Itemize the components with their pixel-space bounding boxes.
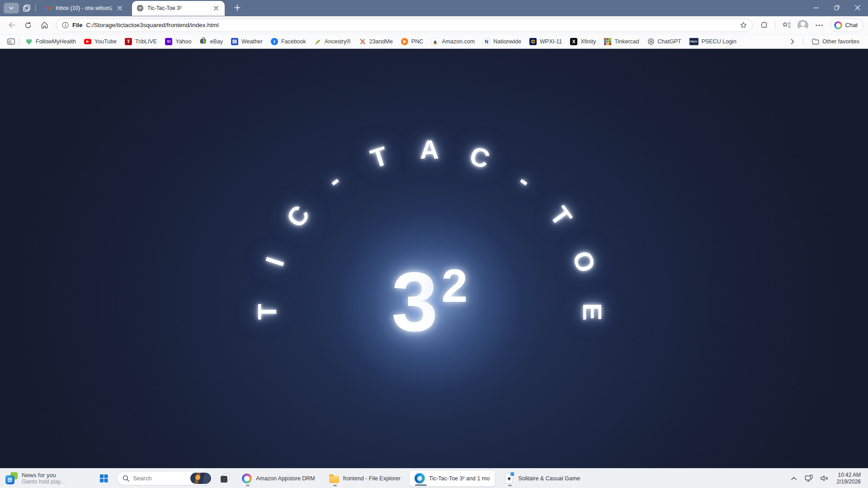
tray-volume-button[interactable]	[818, 470, 831, 487]
taskbar-app-solitaire[interactable]: ♠ Solitaire & Casual Game	[499, 470, 585, 487]
bookmark-triblive[interactable]: T TribLIVE	[121, 36, 161, 47]
url-scheme-label: File	[72, 22, 82, 28]
tinkercad-icon	[604, 38, 611, 45]
tab-search-button[interactable]	[4, 3, 19, 14]
bookmark-wpxi[interactable]: WPXI-11	[525, 36, 566, 47]
ebay-icon	[199, 38, 207, 45]
other-favorites-button[interactable]: Other favorites	[808, 36, 863, 47]
youtube-icon	[84, 39, 91, 44]
clock[interactable]: 10:42 AM 2/19/2026	[833, 472, 863, 485]
monitor-phone-icon	[805, 474, 814, 482]
tray-overflow-button[interactable]	[787, 470, 801, 487]
bookmark-yahoo[interactable]: Y! Yahoo	[161, 36, 195, 47]
bookmark-ebay[interactable]: eBay	[195, 36, 227, 47]
bookmark-nationwide[interactable]: N Nationwide	[479, 36, 525, 47]
edge-icon	[415, 473, 425, 483]
taskbar-app-amazon-appstore[interactable]: Amazon Appstore DRM	[236, 470, 320, 487]
bookmark-23andme[interactable]: 23andMe	[355, 36, 397, 47]
home-icon	[41, 21, 48, 29]
favorite-star-button[interactable]	[738, 19, 750, 31]
refresh-button[interactable]	[21, 18, 35, 33]
title-exponent: 2	[442, 259, 468, 312]
bookmarks-bar: FollowMyHealth YouTube T TribLIVE Y! Yah…	[0, 34, 868, 49]
pnc-icon	[401, 38, 408, 45]
tab-title: Inbox (10) - one.wilson2m@gmail.com	[56, 5, 112, 11]
bookmarks-right-divider	[803, 38, 803, 46]
extensions-button[interactable]	[757, 18, 772, 33]
window-controls	[806, 0, 868, 15]
bookmark-psecu[interactable]: PSECU PSECU Login	[685, 36, 741, 47]
taskbar-search[interactable]	[117, 471, 213, 485]
minimize-button[interactable]	[806, 0, 826, 15]
bookmark-tinkercad[interactable]: Tinkercad	[600, 36, 643, 47]
search-input[interactable]	[133, 475, 187, 482]
bookmark-label: Ancestry®	[325, 38, 351, 45]
taskbar-app-edge-tictactoe[interactable]: Tic-Tac-Toe 3² and 1 mo	[409, 470, 495, 487]
tray-devices-button[interactable]	[802, 470, 816, 487]
bookmark-label: ChatGPT	[658, 38, 681, 45]
tab-tictactoe[interactable]: Tic-Tac-Toe 3²	[132, 1, 225, 16]
bookmark-facebook[interactable]: f Facebook	[267, 36, 310, 47]
clock-date: 2/19/2026	[837, 479, 861, 485]
folder-icon	[329, 476, 339, 483]
running-indicator	[246, 485, 250, 486]
bookmark-label: Yahoo	[175, 38, 191, 45]
bookmark-chatgpt[interactable]: ChatGPT	[643, 36, 685, 47]
home-button[interactable]	[37, 18, 52, 33]
ancestry-leaf-icon	[314, 38, 321, 45]
arc-letter: O	[567, 247, 602, 276]
bookmark-pnc[interactable]: PNC	[397, 36, 427, 47]
bookmark-label: Xfinity	[580, 38, 596, 45]
arc-letter: T	[544, 201, 578, 231]
tab-inbox[interactable]: Inbox (10) - one.wilson2m@gmail.com	[40, 0, 128, 16]
info-icon	[62, 22, 69, 28]
bookmark-label: TribLIVE	[135, 38, 157, 45]
favorites-list-button[interactable]	[779, 18, 794, 33]
close-icon	[855, 5, 860, 10]
bookmark-weather[interactable]: Weather	[227, 36, 267, 47]
tab-close-icon[interactable]	[212, 4, 220, 12]
news-title: News for you	[22, 472, 65, 479]
bookmark-label: Amazon.com	[442, 38, 475, 45]
address-bar[interactable]: File C:/Storage/tictactoe3squared/fronte…	[56, 19, 753, 32]
bookmark-label: eBay	[210, 38, 223, 45]
bookmark-label: Facebook	[281, 38, 306, 45]
taskbar-app-label: Amazon Appstore DRM	[256, 475, 315, 482]
bookmark-amazon[interactable]: a Amazon.com	[427, 36, 479, 47]
workspaces-button[interactable]	[23, 4, 31, 12]
star-icon	[740, 21, 747, 29]
search-icon	[123, 475, 129, 482]
bookmark-followmyhealth[interactable]: FollowMyHealth	[21, 36, 80, 47]
psecu-icon: PSECU	[689, 38, 698, 45]
search-daily-image[interactable]	[190, 473, 211, 484]
start-button[interactable]	[94, 469, 113, 488]
task-view-button[interactable]	[217, 470, 233, 487]
copilot-chat-button[interactable]: Chat	[830, 19, 863, 32]
browser-toolbar: File C:/Storage/tictactoe3squared/fronte…	[0, 16, 868, 34]
copilot-swirl-icon	[242, 474, 252, 483]
restore-button[interactable]	[826, 0, 847, 15]
taskbar-app-file-explorer[interactable]: frontend - File Explorer	[324, 470, 406, 487]
arc-letter: E	[577, 303, 608, 321]
tab-close-icon[interactable]	[116, 4, 124, 12]
bookmark-xfinity[interactable]: X Xfinity	[566, 36, 600, 47]
bookmark-youtube[interactable]: YouTube	[80, 36, 121, 47]
bookmarks-overflow-button[interactable]	[787, 36, 798, 47]
profile-button[interactable]	[796, 18, 810, 33]
new-tab-button[interactable]	[231, 1, 244, 14]
close-window-button[interactable]	[847, 0, 868, 15]
settings-more-button[interactable]	[812, 18, 826, 33]
windows-logo-icon	[100, 474, 104, 478]
arc-letter: C	[466, 140, 494, 174]
tab-divider	[35, 5, 36, 12]
avatar	[797, 20, 808, 31]
favorites-panel-button[interactable]	[5, 36, 17, 47]
news-subtitle: Giants hold play...	[22, 479, 65, 485]
news-widget-button[interactable]: News for you Giants hold play...	[0, 469, 71, 488]
back-button[interactable]	[5, 18, 19, 33]
bookmark-label: Nationwide	[493, 38, 521, 45]
chevron-up-icon	[791, 477, 797, 480]
bookmark-ancestry[interactable]: Ancestry®	[310, 36, 355, 47]
amazon-icon: a	[431, 38, 439, 45]
minimize-icon	[814, 5, 819, 10]
